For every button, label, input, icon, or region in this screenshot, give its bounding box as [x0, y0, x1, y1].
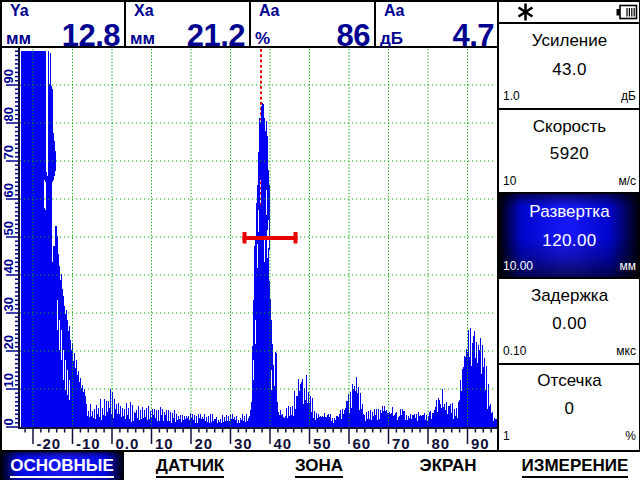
svg-text:90: 90	[1, 69, 16, 83]
svg-text:40: 40	[1, 259, 16, 273]
svg-text:50: 50	[1, 221, 16, 235]
svg-text:80: 80	[1, 107, 16, 121]
svg-text:0.0: 0.0	[116, 435, 140, 452]
svg-text:10: 10	[1, 373, 16, 387]
svg-text:80: 80	[432, 435, 451, 452]
svg-text:90: 90	[471, 435, 490, 452]
svg-text:60: 60	[353, 435, 372, 452]
svg-text:30: 30	[1, 297, 16, 311]
svg-text:40: 40	[274, 435, 293, 452]
svg-text:20: 20	[1, 335, 16, 349]
svg-text:-20: -20	[37, 435, 62, 452]
svg-text:30: 30	[234, 435, 253, 452]
svg-text:50: 50	[313, 435, 332, 452]
svg-text:60: 60	[1, 183, 16, 197]
svg-text:70: 70	[392, 435, 411, 452]
svg-text:20: 20	[195, 435, 214, 452]
svg-text:70: 70	[1, 145, 16, 159]
svg-text:10: 10	[155, 435, 174, 452]
svg-text:-10: -10	[76, 435, 101, 452]
svg-text:0: 0	[1, 418, 16, 425]
